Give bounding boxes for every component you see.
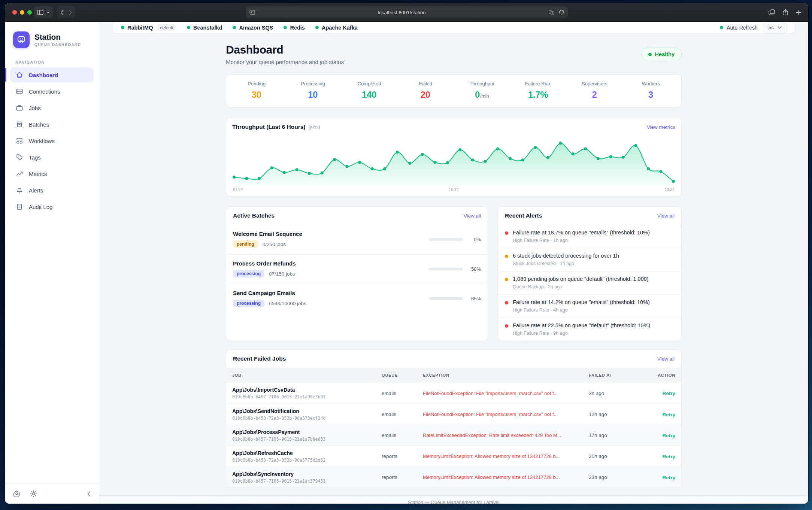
reload-icon[interactable] [559,10,564,15]
alert-row[interactable]: Failure rate at 14.2% on queue "emails" … [498,294,681,318]
throughput-area-chart [232,133,675,187]
sidebar-item-audit-log[interactable]: Audit Log [10,199,94,214]
sidebar-item-batches[interactable]: Batches [10,117,94,132]
sidebar-nav: DashboardConnectionsJobsBatchesWorkflows… [5,67,99,214]
x-tick-mid: 10:24 [449,187,458,192]
stat-pending: Pending30 [228,81,285,100]
stat-throughput: Throughput0/min [454,81,510,100]
batch-jobs-count: 0/250 jobs [263,242,286,247]
sidebar-item-connections[interactable]: Connections [10,84,94,99]
footer-text: Station — Queue Management for Laravel [408,500,499,504]
recent-failed-jobs-card: Recent Failed Jobs View all JOBQUEUEEXCE… [226,349,682,488]
failed-jobs-view-all-link[interactable]: View all [657,356,675,362]
alert-row[interactable]: Failure rate at 18.7% on queue "emails" … [498,225,681,248]
fullscreen-window-button[interactable] [27,10,32,15]
sidebar-item-metrics[interactable]: Metrics [10,166,94,181]
alert-severity-dot [505,231,508,235]
alert-severity-dot [505,301,508,304]
stat-completed: Completed140 [341,81,397,100]
failed-jobs-table-header: JOBQUEUEEXCEPTIONFAILED ATACTION [226,368,681,383]
alert-row[interactable]: 1,089 pending jobs on queue "default" (t… [498,271,681,294]
retry-button[interactable]: Retry [662,433,675,438]
station-logo-icon [13,31,30,48]
job-exception: MemoryLimitException: Allowed memory siz… [423,453,589,459]
alert-row[interactable]: 6 stuck jobs detected processing for ove… [498,248,681,271]
x-tick-end: 13:24 [665,187,675,192]
job-failed-at: 17h ago [589,432,645,438]
job-uuid: 019c6b8b-b458-72a3-852b-98a573ecf24d [232,416,382,421]
connection-apache-kafka[interactable]: Apache Kafka [315,25,358,31]
briefcase-icon [16,104,23,112]
theme-toggle-sun-icon[interactable] [30,490,37,497]
auto-refresh-status-dot [720,26,723,29]
retry-button[interactable]: Retry [662,412,675,418]
connection-beanstalkd[interactable]: Beanstalkd [187,25,222,31]
share-icon[interactable] [782,9,788,16]
page-title: Dashboard [226,43,344,56]
connection-status-dot [284,26,287,29]
connection-status-dot [315,26,319,29]
sidebar-item-jobs[interactable]: Jobs [10,100,94,115]
column-header-queue: QUEUE [382,373,423,377]
connections-bar: RabbitMQdefaultBeanstalkdAmazon SQSRedis… [112,22,795,34]
x-tick-start: 07:24 [233,187,243,192]
refresh-interval-select[interactable]: 5s [764,22,787,33]
job-uuid: 019c6b8b-b458-72a3-852b-98a5775d2d62 [232,458,382,463]
retry-button[interactable]: Retry [662,391,675,396]
health-status-dot [648,53,652,56]
page-subtitle: Monitor your queue performance and job s… [226,59,344,65]
sidebar-item-dashboard[interactable]: Dashboard [10,67,94,82]
brand-name: Station [34,33,81,42]
collapse-sidebar-icon[interactable] [87,491,91,497]
connection-amazon-sqs[interactable]: Amazon SQS [233,25,273,31]
batches-title: Active Batches [233,212,275,219]
failed-jobs-title: Recent Failed Jobs [233,355,286,362]
alert-meta: Queue Backup · 2h ago [513,284,649,289]
job-queue: emails [382,412,423,417]
view-metrics-link[interactable]: View metrics [647,124,675,130]
sidebar-item-tags[interactable]: Tags [10,150,94,165]
sidebar-item-workflows[interactable]: Workflows [10,133,94,148]
tab-overview-icon[interactable] [769,9,775,15]
batch-status-badge: processing [233,270,264,277]
home-icon [16,71,23,79]
batch-row-send-campaign-emails[interactable]: Send Campaign Emailsprocessing6543/10000… [226,284,488,313]
job-failed-at: 23h ago [589,474,645,480]
alerts-title: Recent Alerts [505,212,542,219]
stat-failed: Failed20 [397,81,454,100]
retry-button[interactable]: Retry [662,454,675,459]
back-button[interactable] [60,10,64,15]
batch-name: Welcome Email Sequence [233,231,302,237]
settings-gear-icon[interactable] [13,490,20,497]
sidebar-item-alerts[interactable]: Alerts [10,183,94,198]
connection-redis[interactable]: Redis [284,25,305,31]
translate-icon[interactable] [549,10,554,15]
alert-meta: High Failure Rate · 4h ago [513,307,650,313]
chevron-down-icon [778,26,782,29]
alert-row[interactable]: Failure rate at 22.5% on queue "default"… [498,318,681,341]
batches-view-all-link[interactable]: View all [464,213,481,219]
close-window-button[interactable] [12,10,17,15]
minimize-window-button[interactable] [20,10,24,15]
chart-title: Throughput (Last 6 Hours) [232,124,305,130]
forward-button[interactable] [69,10,72,15]
retry-button[interactable]: Retry [662,475,675,480]
alert-meta: High Failure Rate · 1h ago [513,238,650,243]
new-tab-icon[interactable] [796,10,802,15]
page-settings-icon[interactable] [249,10,255,15]
batch-jobs-count: 6543/10000 jobs [269,301,306,306]
job-queue: reports [382,453,423,459]
batch-row-welcome-email-sequence[interactable]: Welcome Email Sequencepending0/250 jobs0… [226,225,488,254]
batch-row-process-order-refunds[interactable]: Process Order Refundsprocessing87/150 jo… [226,254,488,284]
alert-meta: High Failure Rate · 9h ago [513,331,650,336]
alert-meta: Stuck Jobs Detected · 1h ago [513,261,619,266]
batch-status-badge: processing [233,300,264,307]
connection-rabbitmq[interactable]: RabbitMQdefault [121,24,176,31]
chevron-down-icon[interactable] [46,11,50,13]
address-bar[interactable]: localhost:8001/station [246,6,568,18]
browser-sidebar-icon[interactable] [37,10,43,15]
table-row: App\Jobs\ImportCsvData019c6b8b-b457-7106… [226,383,681,404]
alerts-view-all-link[interactable]: View all [657,213,675,219]
document-icon [16,203,23,210]
alert-message: 1,089 pending jobs on queue "default" (t… [513,276,649,282]
